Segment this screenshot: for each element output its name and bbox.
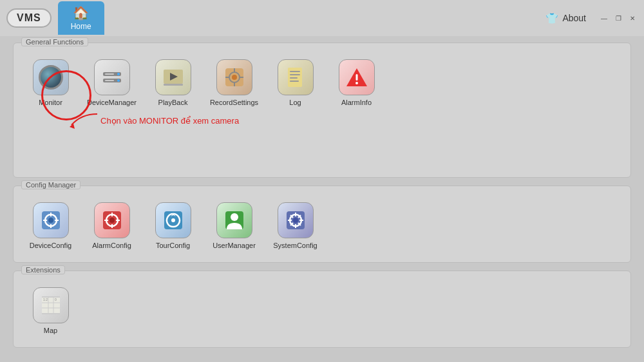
svg-text:0: 0 (55, 298, 57, 301)
map-item[interactable]: 1:2 0 Map (23, 284, 78, 338)
systemconfig-label: SystemConfig (273, 242, 317, 249)
usermanager-label: UserManager (213, 242, 256, 249)
close-button[interactable]: ✕ (627, 13, 638, 23)
log-svg (284, 66, 307, 89)
titlebar: VMS 🏠 Home 👕 About — ❐ ✕ (0, 0, 644, 36)
alarmconfig-icon-box (94, 202, 130, 238)
main-content: General Functions Monitor (0, 36, 644, 362)
playback-label: PlayBack (158, 99, 188, 106)
monitor-label: Monitor (39, 99, 62, 106)
annotation-arrow (62, 111, 100, 130)
tourconfig-svg (162, 209, 185, 232)
map-label: Map (44, 327, 57, 334)
vms-logo: VMS (6, 8, 52, 28)
deviceconfig-svg (39, 209, 62, 232)
alarminfo-item[interactable]: AlarmInfo (329, 56, 384, 110)
restore-button[interactable]: ❐ (613, 13, 623, 23)
deviceconfig-label: DeviceConfig (30, 242, 71, 249)
extensions-grid: 1:2 0 Map (23, 284, 621, 338)
alarminfo-label: AlarmInfo (341, 99, 372, 106)
recordsettings-item[interactable]: RecordSettings (207, 56, 261, 110)
tourconfig-label: TourConfig (156, 242, 190, 249)
alarmconfig-item[interactable]: AlarmConfig (84, 199, 139, 252)
usermanager-icon-box (216, 202, 252, 238)
svg-rect-4 (105, 73, 114, 75)
config-manager-label: Config Manager (21, 180, 80, 189)
svg-point-1 (117, 73, 120, 75)
annotation-text: Chọn vào MONITOR để xem camera (100, 116, 239, 126)
systemconfig-item[interactable]: SystemConfig (268, 199, 323, 252)
map-icon-box: 1:2 0 (33, 287, 69, 323)
deviceconfig-item[interactable]: DeviceConfig (23, 199, 78, 252)
deviceconfig-icon-box (33, 202, 69, 238)
devicemanager-icon-box (94, 59, 130, 95)
log-icon-box (278, 59, 314, 95)
recordsettings-svg (223, 66, 246, 89)
svg-point-45 (293, 218, 298, 223)
systemconfig-svg (284, 209, 307, 232)
svg-point-11 (232, 75, 237, 80)
svg-rect-56 (42, 313, 60, 314)
svg-text:1:2: 1:2 (43, 298, 48, 301)
alarmconfig-label: AlarmConfig (92, 242, 131, 249)
monitor-item[interactable]: Monitor (23, 56, 78, 110)
svg-rect-5 (105, 80, 114, 81)
home-tab-label: Home (71, 22, 91, 31)
devicemanager-label: DeviceManager (87, 99, 137, 106)
svg-rect-18 (290, 74, 300, 75)
svg-rect-22 (355, 74, 357, 81)
config-manager-grid: DeviceConfig AlarmConfig (23, 199, 621, 252)
alarminfo-icon-box (339, 59, 375, 95)
systemconfig-icon-box (278, 202, 314, 238)
home-icon: 🏠 (73, 5, 89, 21)
devicemanager-svg (100, 66, 124, 89)
svg-point-34 (109, 218, 115, 223)
shirt-icon: 👕 (545, 12, 558, 24)
devicemanager-item[interactable]: DeviceManager (84, 56, 139, 110)
extensions-panel: Extensions 1:2 0 (13, 271, 631, 348)
svg-rect-8 (164, 84, 183, 86)
alarminfo-svg (345, 66, 368, 89)
minimize-button[interactable]: — (599, 13, 609, 23)
recordsettings-icon-box (216, 59, 252, 95)
log-label: Log (289, 99, 301, 106)
general-functions-panel: General Functions Monitor (13, 43, 631, 178)
svg-point-23 (355, 82, 358, 84)
about-section[interactable]: 👕 About (545, 12, 586, 24)
svg-rect-19 (290, 77, 298, 79)
recordsettings-label: RecordSettings (210, 99, 258, 106)
general-functions-grid: Monitor Devic (23, 56, 621, 110)
monitor-icon-box (33, 59, 69, 95)
log-item[interactable]: Log (268, 56, 323, 110)
home-tab[interactable]: 🏠 Home (58, 1, 104, 35)
extensions-label: Extensions (21, 265, 65, 274)
svg-point-40 (171, 218, 175, 222)
tourconfig-icon-box (155, 202, 191, 238)
tourconfig-item[interactable]: TourConfig (146, 199, 200, 252)
svg-point-42 (231, 213, 238, 221)
usermanager-item[interactable]: UserManager (207, 199, 261, 252)
window-controls: — ❐ ✕ (599, 13, 638, 23)
config-manager-panel: Config Manager DeviceConfig (13, 186, 631, 263)
playback-item[interactable]: PlayBack (146, 56, 200, 110)
playback-svg (162, 66, 185, 89)
playback-icon-box (155, 59, 191, 95)
map-svg: 1:2 0 (39, 294, 62, 317)
about-label: About (562, 13, 586, 23)
svg-rect-17 (290, 71, 300, 72)
usermanager-svg (223, 209, 246, 232)
titlebar-right: 👕 About — ❐ ✕ (545, 12, 638, 24)
svg-point-3 (117, 79, 120, 82)
alarmconfig-svg (100, 209, 124, 232)
svg-rect-20 (290, 81, 299, 82)
svg-point-27 (48, 218, 53, 223)
general-functions-label: General Functions (21, 37, 88, 46)
